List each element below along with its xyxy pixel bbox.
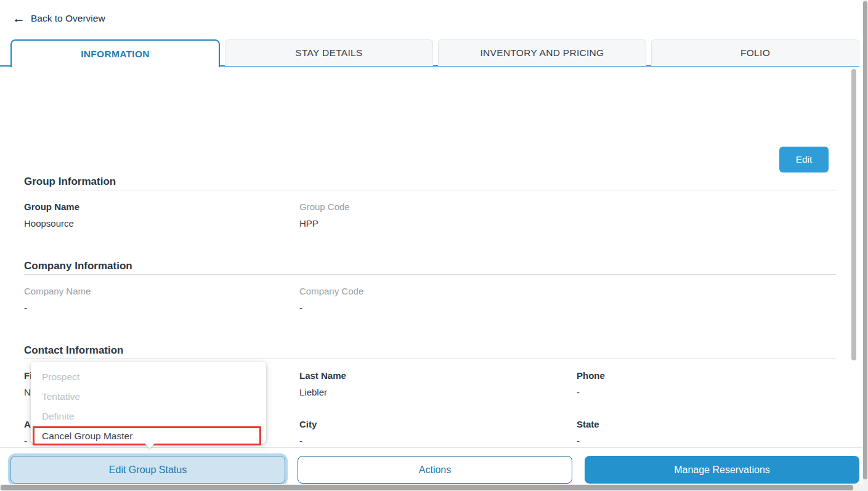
field-value: - xyxy=(299,436,577,446)
menu-item-prospect[interactable]: Prospect xyxy=(31,367,266,387)
edit-button[interactable]: Edit xyxy=(779,147,829,172)
field-value: - xyxy=(24,303,299,313)
field-label: Last Name xyxy=(299,371,577,381)
field-group-code: Group Code HPP xyxy=(299,202,577,229)
page-scrollbar[interactable] xyxy=(863,1,867,479)
field-label: Group Name xyxy=(24,202,299,212)
menu-item-definite[interactable]: Definite xyxy=(31,407,266,426)
field-value: Hoopsource xyxy=(24,219,299,229)
group-information-section: Group Information Group Name Hoopsource … xyxy=(24,176,836,229)
field-label: Phone xyxy=(577,371,836,381)
field-label: City xyxy=(299,420,577,429)
field-last-name: Last Name Liebler xyxy=(299,371,577,397)
field-label: Company Name xyxy=(24,286,299,296)
field-value: - xyxy=(577,436,836,446)
actions-button[interactable]: Actions xyxy=(298,456,572,484)
field-value: Liebler xyxy=(299,388,577,397)
section-title-company: Company Information xyxy=(24,260,836,272)
section-divider xyxy=(24,190,836,190)
field-company-name: Company Name - xyxy=(24,286,299,313)
section-divider xyxy=(24,359,836,359)
field-label: Group Code xyxy=(299,202,577,212)
manage-reservations-button[interactable]: Manage Reservations xyxy=(585,456,859,484)
tab-bar: INFORMATION STAY DETAILS INVENTORY AND P… xyxy=(10,39,859,67)
field-value: - xyxy=(299,303,577,313)
field-phone: Phone - xyxy=(577,371,836,397)
panel-scrollbar[interactable] xyxy=(851,69,856,360)
back-to-overview-label: Back to Overview xyxy=(31,13,105,24)
menu-caret-icon xyxy=(144,443,155,448)
field-label: State xyxy=(577,420,836,429)
field-city: City - xyxy=(299,420,577,446)
tab-information[interactable]: INFORMATION xyxy=(10,39,220,67)
field-label: Company Code xyxy=(299,286,577,296)
edit-group-status-button[interactable]: Edit Group Status xyxy=(10,456,285,484)
section-title-contact: Contact Information xyxy=(24,344,836,357)
back-to-overview-link[interactable]: ← Back to Overview xyxy=(12,12,105,25)
field-state: State - xyxy=(577,420,836,446)
arrow-left-icon: ← xyxy=(12,12,25,25)
field-value: HPP xyxy=(299,219,577,229)
group-status-menu: Prospect Tentative Definite Cancel Group… xyxy=(31,362,266,444)
bottom-action-bar: Edit Group Status Actions Manage Reserva… xyxy=(0,447,868,484)
section-title-group: Group Information xyxy=(24,176,836,188)
horizontal-scrollbar[interactable] xyxy=(1,485,853,490)
company-information-section: Company Information Company Name - Compa… xyxy=(24,260,836,313)
menu-item-tentative[interactable]: Tentative xyxy=(31,387,266,407)
section-divider xyxy=(24,274,836,275)
tab-folio[interactable]: FOLIO xyxy=(651,39,859,66)
field-group-name: Group Name Hoopsource xyxy=(24,202,299,229)
field-value: - xyxy=(577,388,836,397)
group-detail-page: ← Back to Overview INFORMATION STAY DETA… xyxy=(0,0,868,491)
field-company-code: Company Code - xyxy=(299,286,577,313)
tab-inventory-and-pricing[interactable]: INVENTORY AND PRICING xyxy=(438,39,646,66)
tab-stay-details[interactable]: STAY DETAILS xyxy=(225,39,433,66)
